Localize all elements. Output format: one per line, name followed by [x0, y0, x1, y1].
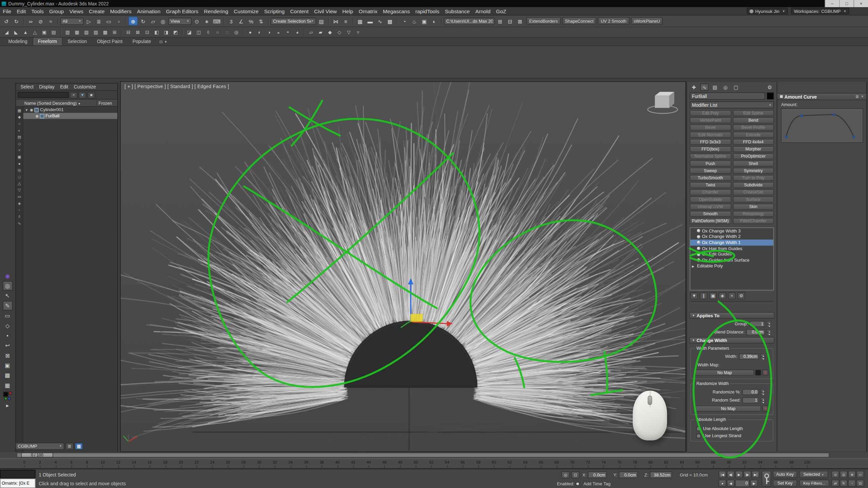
stack-expand-icon[interactable]: ▶	[692, 264, 695, 268]
ornatrix-logo-icon[interactable]: ◉	[2, 271, 12, 281]
configure-modifier-sets-icon[interactable]: ⚙	[737, 292, 745, 299]
menu-customize[interactable]: Customize	[231, 7, 261, 15]
y-coordinate-field[interactable]: 0.0cm	[619, 471, 638, 478]
align-icon[interactable]: ≡	[341, 17, 351, 25]
percent-snap-icon[interactable]: %	[246, 17, 256, 25]
minimize-icon[interactable]: ─	[825, 0, 839, 7]
select-tool-icon[interactable]: ↖	[2, 291, 12, 301]
view-eye-icon[interactable]: ◎	[2, 281, 12, 290]
ribbon-dropdown-icon[interactable]: ▾	[165, 40, 167, 44]
poly-tool-16-icon[interactable]: ◧	[152, 28, 161, 36]
poly-tool-9-icon[interactable]: ▧	[82, 28, 91, 36]
poly-tool-28-icon[interactable]: ◒	[274, 28, 283, 36]
modifier-button-ffd-box[interactable]: FFD(box)	[690, 146, 731, 152]
diamond-tool-icon[interactable]: ◇	[2, 321, 12, 330]
keyboard-override-icon[interactable]: ⌨	[212, 17, 221, 25]
explorer-filter-11-icon[interactable]: □	[16, 174, 22, 180]
modifier-enabled-bulb-icon[interactable]	[697, 229, 701, 232]
lock-explorer-icon[interactable]: ■	[87, 92, 95, 98]
layer-list-icon[interactable]: ≣	[65, 442, 74, 449]
poly-tool-20-icon[interactable]: ◫	[194, 28, 203, 36]
grid-tool-icon[interactable]: ▦	[2, 381, 12, 390]
poly-tool-21-icon[interactable]: ◊	[204, 28, 213, 36]
randomize-map-button[interactable]: No Map	[695, 406, 761, 412]
clear-randomize-map-button[interactable]: ×	[762, 406, 768, 412]
utilities-tab-icon[interactable]: ⚙	[766, 84, 774, 91]
render-setup-icon[interactable]: ♨	[410, 17, 419, 25]
explorer-search-input[interactable]	[18, 92, 68, 98]
grid-view-icon[interactable]: ▦	[75, 442, 83, 449]
ribbon-tab-selection[interactable]: Selection	[62, 38, 92, 45]
select-by-name-icon[interactable]: ≣	[94, 17, 104, 25]
previous-key-icon[interactable]: ◀|	[727, 471, 735, 478]
viewcube[interactable]	[646, 88, 680, 115]
select-place-icon[interactable]: ◎	[158, 17, 168, 25]
mirror-icon[interactable]: ⋈	[331, 17, 340, 25]
explorer-row-furball[interactable]: ◉FurBall	[23, 113, 118, 119]
menu-tools[interactable]: Tools	[28, 7, 46, 15]
modifier-button-skin[interactable]: Skin	[733, 204, 774, 210]
preset-name-field[interactable]: CGBUMP ▼	[16, 442, 64, 449]
zoom-icon[interactable]: ⊙	[831, 471, 839, 478]
auto-key-button[interactable]: Auto Key	[773, 471, 797, 478]
object-color-swatch[interactable]	[767, 93, 774, 100]
menu-rendering[interactable]: Rendering	[201, 7, 231, 15]
path-save-icon[interactable]: ⊟	[506, 17, 515, 25]
explorer-row-cylinder001[interactable]: ▼◉Cylinder001	[23, 107, 118, 113]
window-crossing-icon[interactable]: ▫	[114, 17, 123, 25]
poly-tool-3-icon[interactable]: ▲	[21, 28, 30, 36]
zoom-region-icon[interactable]: ▭	[856, 471, 864, 478]
isolate-selection-icon[interactable]: ◎	[561, 471, 570, 479]
explorer-filter-18-icon[interactable]: ∿	[16, 220, 22, 226]
image-tool-icon[interactable]: ▩	[2, 371, 12, 380]
amount-curve-editor[interactable]	[781, 108, 863, 143]
modifier-list-dropdown[interactable]: Modifier List ▼	[690, 101, 774, 108]
stack-item-editable-poly[interactable]: ▶Editable Poly	[690, 263, 773, 269]
undo-tool-icon[interactable]: ↩	[2, 341, 12, 350]
lock-stack-icon[interactable]: ∥	[700, 292, 708, 299]
undo-icon[interactable]: ↺	[2, 17, 11, 25]
ribbon-toggle-icon[interactable]: ▬	[366, 17, 375, 25]
explorer-menu-edit[interactable]: Edit	[58, 84, 71, 89]
stack-item-ox-guides-from-surface[interactable]: Ox Guides from Surface	[690, 257, 773, 263]
menu-animation[interactable]: Animation	[134, 7, 163, 15]
explorer-filter-9-icon[interactable]: ●	[16, 160, 22, 166]
randomize-field[interactable]: 0.0	[742, 389, 759, 395]
use-absolute-length-checkbox[interactable]	[696, 426, 701, 431]
poly-tool-22-icon[interactable]: ○	[213, 28, 222, 36]
explorer-filter-3-icon[interactable]: ○	[16, 121, 22, 127]
poly-tool-15-icon[interactable]: ⊡	[143, 28, 152, 36]
go-to-start-icon[interactable]: |◀	[718, 471, 726, 478]
explorer-filter-17-icon[interactable]: ◊	[16, 214, 22, 220]
go-to-end-icon[interactable]: ▶|	[752, 471, 760, 478]
color-swatch-black[interactable]	[3, 392, 8, 397]
modifier-button-push[interactable]: Push	[690, 160, 731, 166]
play-icon[interactable]: ▶	[735, 471, 743, 478]
menu-goz[interactable]: GoZ	[493, 7, 509, 15]
render-production-icon[interactable]: ◐	[430, 17, 439, 25]
ribbon-tab-object-paint[interactable]: Object Paint	[92, 38, 127, 45]
group-spinner[interactable]	[767, 321, 771, 327]
menu-arnold[interactable]: Arnold	[473, 7, 493, 15]
width-map-button[interactable]: No Map	[695, 370, 754, 376]
ribbon-tab-freeform[interactable]: Freeform	[33, 37, 63, 45]
z-coordinate-field[interactable]: 38.52cm	[650, 471, 672, 478]
explorer-menu-customize[interactable]: Customize	[72, 84, 98, 89]
modifier-button-prooptimizer[interactable]: ProOptimizer	[733, 153, 774, 159]
object-name-field[interactable]: FurBall	[690, 93, 765, 100]
layer-manager-icon[interactable]: ▦	[355, 17, 365, 25]
selection-region-icon[interactable]: ▭	[104, 17, 114, 25]
redo-icon[interactable]: ↻	[12, 17, 21, 25]
create-tab-icon[interactable]: ✚	[690, 84, 698, 91]
time-slider-track[interactable]	[17, 453, 829, 458]
material-editor-icon[interactable]: ◔	[400, 17, 409, 25]
key-filters-button[interactable]: Key Filters...	[800, 480, 829, 487]
modifier-button-pathdeform-wsm[interactable]: PathDeform (WSM)	[690, 218, 731, 224]
add-time-tag[interactable]: Add Time Tag	[584, 481, 611, 486]
remove-modifier-icon[interactable]: ×	[728, 292, 736, 299]
hierarchy-tab-icon[interactable]: ▤	[711, 84, 719, 91]
modifier-button-morpher[interactable]: Morpher	[733, 146, 774, 152]
curve-editor-icon[interactable]: ∿	[375, 17, 385, 25]
clear-search-icon[interactable]: ×	[70, 92, 78, 98]
color-swatch-green[interactable]	[4, 397, 7, 400]
